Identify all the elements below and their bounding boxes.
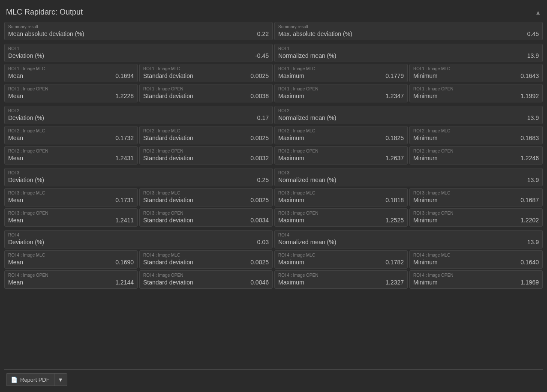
roi-3-normmean-card: ROI 3 Normalized mean (%) 13.9 xyxy=(274,168,543,186)
roi-2-open-mean-card: ROI 2 : Image OPEN Mean 1.2431 xyxy=(4,146,138,165)
roi-2-normmean-value: 13.9 xyxy=(527,114,539,121)
report-pdf-button[interactable]: 📄 Report PDF ▼ xyxy=(6,373,67,386)
roi-3-normmean-value: 13.9 xyxy=(527,177,539,183)
roi-2-deviation-value: 0.17 xyxy=(257,114,269,121)
roi-4-open-row: ROI 4 : Image OPEN Mean 1.2144 ROI 4 : I… xyxy=(4,270,543,289)
roi-1-mlc-min-name: Minimum xyxy=(413,72,438,79)
roi-3-deviation-name: Deviation (%) xyxy=(8,177,44,183)
roi-3-mlc-mean-label: ROI 3 : Image MLC xyxy=(8,191,134,195)
roi-1-mlc-max-name: Maximum xyxy=(278,72,304,79)
roi-2-mlc-mean-label: ROI 2 : Image MLC xyxy=(8,129,134,133)
roi-1-mlc-std-label: ROI 1 : Image MLC xyxy=(143,66,269,71)
roi-3-open-std-value: 0.0034 xyxy=(250,217,269,224)
roi-2-open-std-label: ROI 2 : Image OPEN xyxy=(143,149,269,153)
roi-3-open-mean-card: ROI 3 : Image OPEN Mean 1.2411 xyxy=(4,208,138,227)
roi-4-open-mean-card: ROI 4 : Image OPEN Mean 1.2144 xyxy=(4,270,138,289)
roi-4-header-row: ROI 4 Deviation (%) 0.03 ROI 4 Normalize… xyxy=(4,230,543,248)
summary-mean-name: Mean absolute deviation (%) xyxy=(8,30,84,37)
roi-3-open-std-card: ROI 3 : Image OPEN Standard deviation 0.… xyxy=(139,208,273,227)
roi-4-deviation-value: 0.03 xyxy=(257,239,269,245)
roi-1-mlc-min-value: 0.1643 xyxy=(520,72,539,79)
roi-3-open-row: ROI 3 : Image OPEN Mean 1.2411 ROI 3 : I… xyxy=(4,208,543,227)
report-pdf-main[interactable]: 📄 Report PDF xyxy=(6,374,54,386)
roi-3-open-max-label: ROI 3 : Image OPEN xyxy=(278,211,404,215)
roi-2-mlc-min-card: ROI 2 : Image MLC Minimum 0.1683 xyxy=(409,126,543,144)
roi-1-open-row: ROI 1 : Image OPEN Mean 1.2228 ROI 1 : I… xyxy=(4,84,543,102)
roi-3-open-min-name: Minimum xyxy=(413,217,438,224)
roi-2-open-std-name: Standard deviation xyxy=(143,155,193,162)
roi-3-mlc-max-card: ROI 3 : Image MLC Maximum 0.1818 xyxy=(274,188,408,206)
roi-4-open-std-value: 0.0046 xyxy=(250,279,269,286)
roi-1-open-min-name: Minimum xyxy=(413,93,438,99)
summary-mean-value: 0.22 xyxy=(257,30,269,37)
roi-3-open-max-card: ROI 3 : Image OPEN Maximum 1.2525 xyxy=(274,208,408,227)
roi-1-open-max-label: ROI 1 : Image OPEN xyxy=(278,87,404,91)
roi-3-open-mean-name: Mean xyxy=(8,217,23,224)
roi-3-mlc-std-value: 0.0025 xyxy=(250,197,269,203)
roi-1-mlc-max-value: 0.1779 xyxy=(385,72,404,79)
summary-max-name: Max. absolute deviation (%) xyxy=(278,30,352,37)
roi-2-deviation-name: Deviation (%) xyxy=(8,114,44,121)
roi-1-open-mean-card: ROI 1 : Image OPEN Mean 1.2228 xyxy=(4,84,138,102)
roi-4-mlc-std-card: ROI 4 : Image MLC Standard deviation 0.0… xyxy=(139,250,273,269)
roi-1-normmean-card: ROI 1 Normalized mean (%) 13.9 xyxy=(274,44,543,62)
roi-4-mlc-min-name: Minimum xyxy=(413,259,438,266)
roi-2-mlc-mean-name: Mean xyxy=(8,135,23,141)
report-dropdown-arrow[interactable]: ▼ xyxy=(54,374,67,386)
roi-2-open-max-value: 1.2637 xyxy=(385,155,404,162)
roi-3-mlc-min-name: Minimum xyxy=(413,197,438,203)
roi-3-mlc-max-name: Maximum xyxy=(278,197,304,203)
roi-4-open-max-card: ROI 4 : Image OPEN Maximum 1.2327 xyxy=(274,270,408,289)
roi-2-open-std-card: ROI 2 : Image OPEN Standard deviation 0.… xyxy=(139,146,273,165)
roi-4-deviation-card: ROI 4 Deviation (%) 0.03 xyxy=(4,230,273,248)
roi-2-normmean-card: ROI 2 Normalized mean (%) 13.9 xyxy=(274,106,543,124)
summary-mean-label: Summary result xyxy=(8,24,269,29)
roi-1-open-max-name: Maximum xyxy=(278,93,304,99)
summary-max-label: Summary result xyxy=(278,24,539,29)
collapse-icon[interactable]: ▲ xyxy=(535,9,541,16)
roi-1-open-std-card: ROI 1 : Image OPEN Standard deviation 0.… xyxy=(139,84,273,102)
roi-1-mlc-max-card: ROI 1 : Image MLC Maximum 0.1779 xyxy=(274,64,408,82)
roi-1-open-max-value: 1.2347 xyxy=(385,93,404,99)
roi-3-normmean-name: Normalized mean (%) xyxy=(278,177,336,183)
page-title: MLC Rapidarc: Output xyxy=(6,8,83,17)
roi-1-mlc-mean-value: 0.1694 xyxy=(115,72,134,79)
roi-2-mlc-max-card: ROI 2 : Image MLC Maximum 0.1825 xyxy=(274,126,408,144)
roi-2-mlc-row: ROI 2 : Image MLC Mean 0.1732 ROI 2 : Im… xyxy=(4,126,543,144)
roi-3-mlc-min-label: ROI 3 : Image MLC xyxy=(413,191,539,195)
roi-1-mlc-min-card: ROI 1 : Image MLC Minimum 0.1643 xyxy=(409,64,543,82)
footer: 📄 Report PDF ▼ xyxy=(4,369,543,388)
roi-3-deviation-label: ROI 3 xyxy=(8,171,269,175)
roi-3-mlc-min-value: 0.1687 xyxy=(520,197,539,203)
roi-4-mlc-std-value: 0.0025 xyxy=(250,259,269,266)
roi-3-mlc-std-label: ROI 3 : Image MLC xyxy=(143,191,269,195)
roi-4-deviation-label: ROI 4 xyxy=(8,233,269,237)
roi-1-open-min-value: 1.1992 xyxy=(520,93,539,99)
roi-4-mlc-mean-card: ROI 4 : Image MLC Mean 0.1690 xyxy=(4,250,138,269)
roi-1-deviation-name: Deviation (%) xyxy=(8,52,44,59)
roi-2-open-min-label: ROI 2 : Image OPEN xyxy=(413,149,539,153)
roi-4-open-min-card: ROI 4 : Image OPEN Minimum 1.1969 xyxy=(409,270,543,289)
roi-3-open-max-name: Maximum xyxy=(278,217,304,224)
roi-1-normmean-label: ROI 1 xyxy=(278,46,539,51)
roi-2-mlc-std-value: 0.0025 xyxy=(250,135,269,141)
roi-2-deviation-card: ROI 2 Deviation (%) 0.17 xyxy=(4,106,273,124)
roi-4-mlc-min-label: ROI 4 : Image MLC xyxy=(413,253,539,257)
roi-4-deviation-name: Deviation (%) xyxy=(8,239,44,245)
roi-1-open-std-label: ROI 1 : Image OPEN xyxy=(143,87,269,91)
roi-2-open-row: ROI 2 : Image OPEN Mean 1.2431 ROI 2 : I… xyxy=(4,146,543,165)
roi-1-mlc-min-label: ROI 1 : Image MLC xyxy=(413,66,539,71)
roi-1-normmean-value: 13.9 xyxy=(527,52,539,59)
roi-container: ROI 1 Deviation (%) -0.45 ROI 1 Normaliz… xyxy=(4,44,543,289)
roi-4-open-std-label: ROI 4 : Image OPEN xyxy=(143,273,269,278)
roi-4-mlc-std-label: ROI 4 : Image MLC xyxy=(143,253,269,257)
roi-3-open-mean-value: 1.2411 xyxy=(115,217,134,224)
roi-3-mlc-std-card: ROI 3 : Image MLC Standard deviation 0.0… xyxy=(139,188,273,206)
roi-3-mlc-mean-value: 0.1731 xyxy=(115,197,134,203)
roi-1-open-mean-label: ROI 1 : Image OPEN xyxy=(8,87,134,91)
roi-3-normmean-label: ROI 3 xyxy=(278,171,539,175)
roi-2-mlc-mean-card: ROI 2 : Image MLC Mean 0.1732 xyxy=(4,126,138,144)
roi-2-open-min-name: Minimum xyxy=(413,155,438,162)
roi-1-mlc-std-card: ROI 1 : Image MLC Standard deviation 0.0… xyxy=(139,64,273,82)
dropdown-icon: ▼ xyxy=(58,377,63,383)
